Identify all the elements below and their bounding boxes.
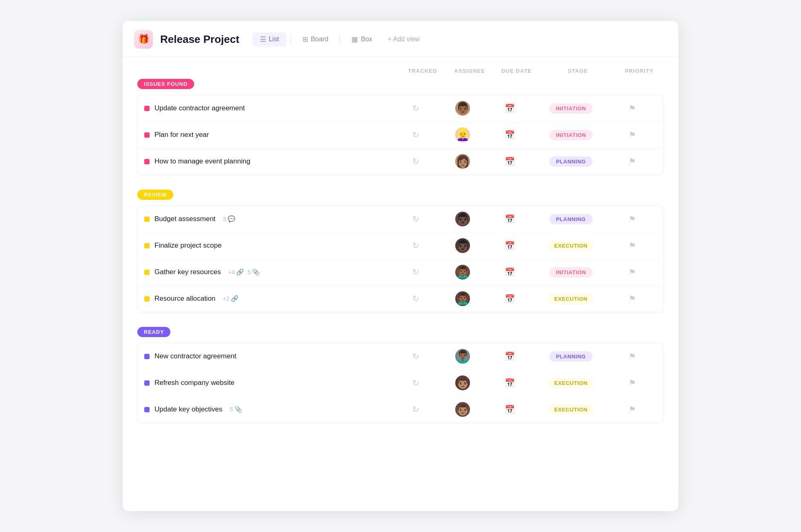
stage-badge[interactable]: PLANNING xyxy=(549,214,592,224)
tracked-icon[interactable]: ↻ xyxy=(412,156,419,166)
avatar[interactable]: 👨🏾‍🦱 xyxy=(455,349,470,364)
tab-board[interactable]: ⊞ Board xyxy=(295,32,336,47)
task-name-cell: Update contractor agreement xyxy=(144,104,391,112)
priority-cell: ⚑ xyxy=(608,130,657,140)
tracked-icon[interactable]: ↻ xyxy=(412,214,419,224)
calendar-icon[interactable]: 📅 xyxy=(505,214,515,224)
tracked-cell: ↻ xyxy=(391,405,440,414)
assignee-cell: 👨🏾‍🦱 xyxy=(440,349,485,364)
calendar-icon[interactable]: 📅 xyxy=(505,103,515,113)
stage-badge[interactable]: PLANNING xyxy=(549,156,592,167)
tracked-icon[interactable]: ↻ xyxy=(412,294,419,304)
task-name-cell: Refresh company website xyxy=(144,379,391,387)
priority-cell: ⚑ xyxy=(608,351,657,361)
avatar[interactable]: 👨🏽 xyxy=(455,376,470,390)
project-title: Release Project xyxy=(160,33,239,46)
col-assignee: ASSIGNEE xyxy=(447,68,492,74)
assignee-cell: 👨🏿 xyxy=(440,212,485,226)
tracked-icon[interactable]: ↻ xyxy=(412,351,419,361)
tracked-icon[interactable]: ↻ xyxy=(412,267,419,277)
task-dot-yellow xyxy=(144,243,150,248)
stage-badge[interactable]: EXECUTION xyxy=(548,378,594,388)
flag-icon[interactable]: ⚑ xyxy=(629,378,636,388)
task-dot-yellow xyxy=(144,296,150,302)
tab-list[interactable]: ☰ List xyxy=(253,32,286,47)
task-meta: 5 📎 xyxy=(230,406,242,413)
header: 🎁 Release Project ☰ List ⊞ Board ▦ Box +… xyxy=(123,21,678,56)
priority-cell: ⚑ xyxy=(608,267,657,277)
calendar-icon[interactable]: 📅 xyxy=(505,294,515,304)
board-icon: ⊞ xyxy=(302,35,308,44)
app-container: 🎁 Release Project ☰ List ⊞ Board ▦ Box +… xyxy=(123,21,678,511)
tracked-cell: ↻ xyxy=(391,351,440,361)
stage-badge[interactable]: PLANNING xyxy=(549,351,592,362)
list-icon: ☰ xyxy=(260,35,266,44)
flag-icon[interactable]: ⚑ xyxy=(629,241,636,250)
tracked-icon[interactable]: ↻ xyxy=(412,378,419,388)
task-dot-yellow xyxy=(144,270,150,275)
avatar[interactable]: 👨🏿 xyxy=(455,212,470,226)
calendar-icon[interactable]: 📅 xyxy=(505,405,515,414)
table-row: How to manage event planning ↻ 👩🏽 📅 PLAN… xyxy=(138,148,663,174)
flag-icon[interactable]: ⚑ xyxy=(629,294,636,304)
stage-badge[interactable]: INITIATION xyxy=(549,130,593,140)
tracked-cell: ↻ xyxy=(391,267,440,277)
table-row: Update contractor agreement ↻ 👨🏾 📅 INITI… xyxy=(138,95,663,122)
table-row: New contractor agreement ↻ 👨🏾‍🦱 📅 PLANNI… xyxy=(138,343,663,370)
stage-cell: EXECUTION xyxy=(534,294,608,304)
avatar[interactable]: 👨🏿 xyxy=(455,238,470,253)
task-name: How to manage event planning xyxy=(154,157,250,165)
task-meta: +4 🔗 5 📎 xyxy=(228,268,260,276)
flag-icon[interactable]: ⚑ xyxy=(629,405,636,414)
stage-badge[interactable]: EXECUTION xyxy=(548,241,594,251)
flag-icon[interactable]: ⚑ xyxy=(629,103,636,113)
task-group-issues: Update contractor agreement ↻ 👨🏾 📅 INITI… xyxy=(137,95,664,175)
stage-cell: INITIATION xyxy=(534,130,608,140)
avatar[interactable]: 👨🏽 xyxy=(455,402,470,417)
priority-cell: ⚑ xyxy=(608,405,657,414)
assignee-cell: 👨🏽 xyxy=(440,402,485,417)
meta-extra-count: +4 🔗 xyxy=(228,268,244,276)
tab-box[interactable]: ▦ Box xyxy=(344,32,380,47)
flag-icon[interactable]: ⚑ xyxy=(629,351,636,361)
flag-icon[interactable]: ⚑ xyxy=(629,214,636,224)
tracked-icon[interactable]: ↻ xyxy=(412,103,419,113)
section-issues-found: ISSUES FOUND Update contractor agreement… xyxy=(137,79,664,175)
calendar-icon[interactable]: 📅 xyxy=(505,241,515,250)
avatar[interactable]: 👨🏾‍🦱 xyxy=(455,291,470,306)
calendar-icon[interactable]: 📅 xyxy=(505,156,515,166)
tracked-cell: ↻ xyxy=(391,214,440,224)
task-name: Update contractor agreement xyxy=(154,104,245,112)
avatar[interactable]: 👨🏾‍🦱 xyxy=(455,265,470,279)
task-name-cell: Update key objectives 5 📎 xyxy=(144,405,391,414)
calendar-icon[interactable]: 📅 xyxy=(505,130,515,140)
due-date-cell: 📅 xyxy=(485,130,534,140)
priority-cell: ⚑ xyxy=(608,241,657,250)
paperclip-icon: 📎 xyxy=(235,406,242,413)
tracked-icon[interactable]: ↻ xyxy=(412,405,419,414)
add-view-button[interactable]: + Add view xyxy=(382,33,425,46)
avatar[interactable]: 👨🏾 xyxy=(455,101,470,116)
table-row: Gather key resources +4 🔗 5 📎 ↻ 👨🏾‍🦱 📅 xyxy=(138,259,663,286)
stage-badge[interactable]: INITIATION xyxy=(549,267,593,277)
col-task xyxy=(155,68,398,74)
flag-icon[interactable]: ⚑ xyxy=(629,267,636,277)
tracked-icon[interactable]: ↻ xyxy=(412,241,419,250)
assignee-cell: 👩🏽 xyxy=(440,154,485,169)
flag-icon[interactable]: ⚑ xyxy=(629,156,636,166)
stage-badge[interactable]: EXECUTION xyxy=(548,405,594,415)
stage-badge[interactable]: INITIATION xyxy=(549,103,593,114)
calendar-icon[interactable]: 📅 xyxy=(505,267,515,277)
stage-badge[interactable]: EXECUTION xyxy=(548,294,594,304)
calendar-icon[interactable]: 📅 xyxy=(505,378,515,388)
task-name: Finalize project scope xyxy=(154,241,222,250)
calendar-icon[interactable]: 📅 xyxy=(505,351,515,361)
tracked-cell: ↻ xyxy=(391,294,440,304)
flag-icon[interactable]: ⚑ xyxy=(629,130,636,140)
avatar[interactable]: 👩🏽 xyxy=(455,154,470,169)
avatar[interactable]: 👱‍♀️ xyxy=(455,127,470,142)
task-dot-purple xyxy=(144,380,150,386)
tracked-icon[interactable]: ↻ xyxy=(412,130,419,140)
priority-cell: ⚑ xyxy=(608,378,657,388)
meta-attachment-count: 5 📎 xyxy=(247,268,260,276)
